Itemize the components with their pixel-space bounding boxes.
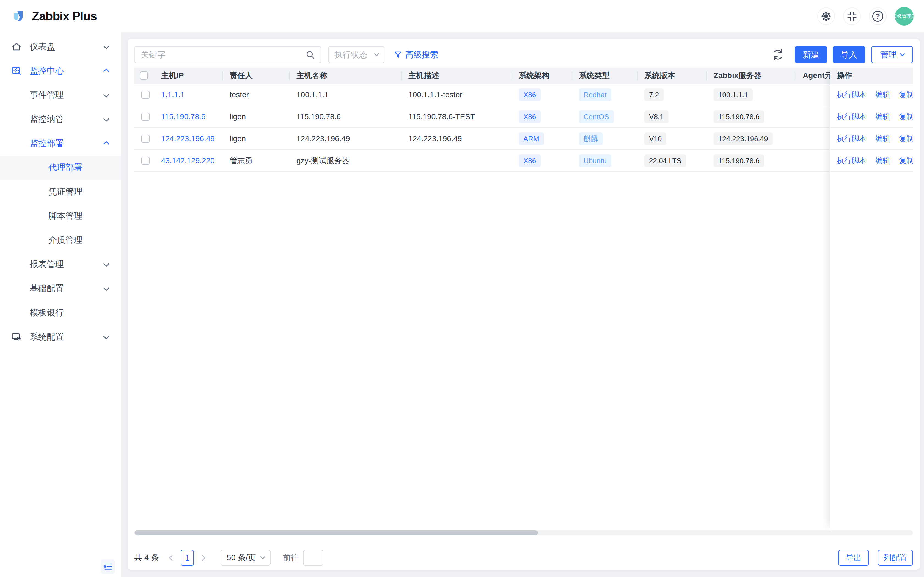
zabbix-server-tag: 115.190.78.6 — [714, 155, 764, 167]
help-button[interactable]: ? — [869, 7, 887, 25]
col-header-arch: 系统架构 — [512, 68, 572, 84]
action-run-script[interactable]: 执行脚本 — [837, 134, 866, 144]
sun-icon — [821, 11, 832, 22]
status-select[interactable]: 执行状态 — [328, 46, 384, 63]
sidebar-item-basic-config[interactable]: 基础配置 — [0, 276, 121, 301]
row-checkbox[interactable] — [141, 135, 150, 143]
row-actions-cell: 执行脚本编辑复制 — [830, 84, 913, 106]
sidebar-item-monitor-deploy[interactable]: 监控部署 — [0, 131, 121, 156]
fullscreen-button[interactable] — [843, 7, 861, 25]
arch-tag: ARM — [519, 132, 544, 145]
chevron-down-icon — [103, 261, 109, 267]
footer-actions: 导出 列配置 — [838, 550, 913, 566]
collapse-icon — [103, 562, 113, 571]
manage-button[interactable]: 管理 — [871, 46, 913, 63]
sidebar: 仪表盘监控中心事件管理监控纳管监控部署代理部署凭证管理脚本管理介质管理报表管理基… — [0, 32, 121, 577]
sidebar-item-system-config[interactable]: 系统配置 — [0, 325, 121, 349]
sidebar-item-event-management[interactable]: 事件管理 — [0, 83, 121, 107]
next-page-icon[interactable] — [200, 555, 205, 561]
os-version-tag: V10 — [645, 132, 666, 145]
owner-cell: ligen — [223, 128, 289, 150]
home-icon — [11, 41, 22, 52]
owner-cell: ligen — [223, 106, 289, 128]
advanced-search-link[interactable]: 高级搜索 — [394, 49, 438, 60]
host-ip-cell: 124.223.196.49 — [154, 128, 223, 150]
goto-page-input[interactable] — [303, 550, 323, 566]
question-icon: ? — [872, 11, 883, 22]
action-copy[interactable]: 复制 — [899, 156, 913, 166]
header-checkbox[interactable] — [140, 71, 148, 80]
avatar[interactable]: 超级管理员 — [895, 7, 914, 26]
host-ip-cell: 43.142.129.220 — [154, 150, 223, 172]
action-edit[interactable]: 编辑 — [876, 90, 890, 100]
action-edit[interactable]: 编辑 — [876, 134, 890, 144]
arch-tag-cell: X86 — [512, 106, 572, 128]
action-run-script[interactable]: 执行脚本 — [837, 112, 866, 122]
prev-page-icon[interactable] — [169, 555, 175, 561]
import-button[interactable]: 导入 — [833, 46, 865, 63]
sidebar-item-media-management[interactable]: 介质管理 — [0, 228, 121, 252]
pager: 1 — [170, 550, 205, 566]
row-select-cell — [134, 150, 154, 172]
sidebar-item-agent-deploy[interactable]: 代理部署 — [0, 156, 121, 180]
os-type-tag-cell: Ubuntu — [572, 150, 637, 172]
os-version-tag: 22.04 LTS — [645, 155, 686, 167]
action-run-script[interactable]: 执行脚本 — [837, 90, 866, 100]
row-checkbox[interactable] — [141, 156, 150, 165]
sidebar-item-monitor-center[interactable]: 监控中心 — [0, 59, 121, 83]
scrollbar-thumb[interactable] — [135, 530, 538, 535]
sidebar-nav: 仪表盘监控中心事件管理监控纳管监控部署代理部署凭证管理脚本管理介质管理报表管理基… — [0, 35, 121, 349]
table-wrap: 主机IP责任人主机名称主机描述系统架构系统类型系统版本Zabbix服务器Agen… — [134, 68, 913, 530]
create-button[interactable]: 新建 — [795, 46, 827, 63]
os-version-tag-cell: V10 — [637, 128, 706, 150]
action-copy[interactable]: 复制 — [899, 90, 913, 100]
host-ip-link[interactable]: 115.190.78.6 — [161, 112, 205, 121]
zabbix-server-tag: 124.223.196.49 — [714, 132, 773, 145]
host-ip-link[interactable]: 1.1.1.1 — [161, 90, 185, 99]
collapse-sidebar-button[interactable] — [101, 559, 115, 574]
row-checkbox[interactable] — [141, 113, 150, 121]
sidebar-item-monitor-access[interactable]: 监控纳管 — [0, 107, 121, 131]
zabbix-server-tag-cell: 100.1.1.1 — [706, 84, 796, 106]
action-run-script[interactable]: 执行脚本 — [837, 156, 866, 166]
action-edit[interactable]: 编辑 — [876, 112, 890, 122]
row-checkbox[interactable] — [141, 91, 150, 99]
owner-cell: tester — [223, 84, 289, 106]
col-header-host-name: 主机名称 — [289, 68, 401, 84]
page-size-select[interactable]: 50 条/页 — [221, 550, 271, 566]
host-ip-link[interactable]: 43.142.129.220 — [161, 156, 215, 165]
sidebar-item-report-management[interactable]: 报表管理 — [0, 252, 121, 276]
chevron-down-icon — [103, 334, 109, 339]
content-card: 执行状态 高级搜索 新建 导入 管理 主机IP责任人主机名称主机描述系统架构系统… — [128, 39, 919, 570]
search-icon — [305, 50, 316, 60]
sidebar-item-credential-management[interactable]: 凭证管理 — [0, 180, 121, 204]
sidebar-item-label: 系统配置 — [30, 331, 64, 343]
arch-tag: X86 — [519, 110, 541, 123]
manage-label: 管理 — [880, 49, 897, 60]
arch-tag-cell: X86 — [512, 84, 572, 106]
host-desc-cell: 124.223.196.49 — [401, 128, 512, 150]
header-actions: ? 超级管理员 — [817, 7, 914, 26]
sidebar-item-template-bank[interactable]: 模板银行 — [0, 301, 121, 325]
sidebar-item-label: 模板银行 — [30, 307, 64, 318]
action-edit[interactable]: 编辑 — [876, 156, 890, 166]
os-version-tag-cell: 22.04 LTS — [637, 150, 706, 172]
search-input[interactable] — [135, 50, 321, 60]
action-copy[interactable]: 复制 — [899, 134, 913, 144]
chevron-down-icon — [900, 51, 905, 56]
theme-toggle-button[interactable] — [817, 7, 835, 25]
advanced-search-label: 高级搜索 — [405, 49, 438, 60]
host-desc-cell: 115.190.78.6-TEST — [401, 106, 512, 128]
action-copy[interactable]: 复制 — [899, 112, 913, 122]
host-ip-link[interactable]: 124.223.196.49 — [161, 134, 215, 143]
sidebar-item-dashboard[interactable]: 仪表盘 — [0, 35, 121, 59]
sidebar-item-label: 脚本管理 — [48, 210, 82, 222]
row-actions-cell: 执行脚本编辑复制 — [830, 106, 913, 128]
refresh-button[interactable] — [772, 48, 784, 61]
export-button[interactable]: 导出 — [838, 550, 869, 566]
sidebar-item-script-management[interactable]: 脚本管理 — [0, 204, 121, 228]
search-box — [134, 46, 321, 63]
page-number[interactable]: 1 — [181, 550, 194, 566]
column-config-button[interactable]: 列配置 — [878, 550, 913, 566]
refresh-icon — [772, 48, 784, 61]
